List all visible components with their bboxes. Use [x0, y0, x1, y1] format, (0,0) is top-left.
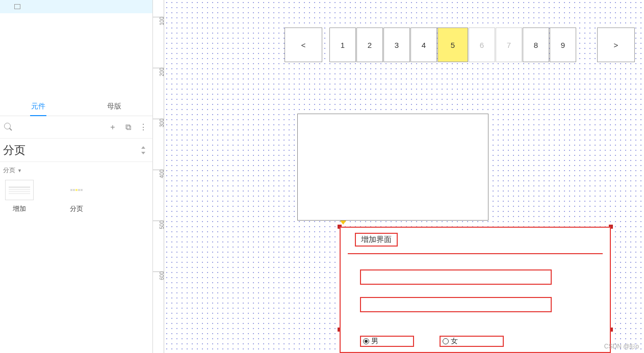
- library-toolbar: + ⧉ ⋮: [0, 116, 152, 139]
- more-icon[interactable]: ⋮: [138, 122, 148, 132]
- page-next[interactable]: >: [597, 28, 635, 62]
- widget-add-thumb: [5, 180, 34, 200]
- canvas[interactable]: 100 200 300 400 500 600 < 1 2 3 4 5 6 7 …: [153, 0, 644, 353]
- outline-tree: Widget 2: [0, 0, 152, 97]
- ruler-tick-200: 200: [160, 68, 165, 76]
- form-title[interactable]: 增加界面: [355, 233, 398, 247]
- library-title: 分页: [3, 143, 140, 158]
- page-3[interactable]: 3: [383, 28, 410, 62]
- radio-male-label: 男: [371, 337, 378, 346]
- form-divider: [348, 253, 603, 254]
- page-5[interactable]: 5: [437, 28, 468, 62]
- copy-icon[interactable]: ⧉: [123, 123, 133, 132]
- radio-male[interactable]: 男: [360, 336, 414, 347]
- ruler-tick-600: 600: [160, 271, 165, 280]
- library-tabs: 元件 母版: [0, 97, 152, 116]
- tab-masters[interactable]: 母版: [76, 97, 153, 116]
- radio-female-dot: [443, 338, 449, 344]
- library-title-row: 分页: [0, 139, 152, 162]
- ruler-tick-400: 400: [160, 170, 165, 178]
- input-2[interactable]: [360, 297, 552, 312]
- widget-pagination-thumb: [62, 180, 91, 200]
- page-6[interactable]: 6: [469, 28, 495, 62]
- page-prev[interactable]: <: [285, 28, 322, 62]
- left-panel: Widget 2 元件 母版 + ⧉ ⋮ 分页 分页 ▼ 增加 分页: [0, 0, 153, 353]
- widget-icon: [14, 4, 20, 9]
- widget-pagination-label: 分页: [70, 204, 83, 213]
- drag-marker-icon: [340, 221, 346, 225]
- watermark: CSDN @彭o: [604, 342, 639, 351]
- widget-add-label: 增加: [13, 204, 26, 213]
- sort-icon[interactable]: [140, 146, 146, 155]
- library-subcategory[interactable]: 分页 ▼: [0, 162, 152, 179]
- input-1[interactable]: [360, 269, 552, 285]
- library-subcategory-label: 分页: [3, 166, 15, 175]
- page-9[interactable]: 9: [550, 28, 576, 62]
- page-7[interactable]: 7: [496, 28, 522, 62]
- library-widgets: 增加 分页: [0, 179, 152, 214]
- ruler-vertical: 100 200 300 400 500 600: [153, 0, 164, 353]
- page-2[interactable]: 2: [356, 28, 383, 62]
- page-1[interactable]: 1: [329, 28, 356, 62]
- radio-male-dot: [363, 338, 369, 344]
- widget-pagination[interactable]: 分页: [62, 180, 91, 213]
- radio-female-label: 女: [451, 337, 458, 346]
- page-8[interactable]: 8: [523, 28, 549, 62]
- content-box[interactable]: [297, 114, 488, 221]
- tab-components[interactable]: 元件: [0, 97, 76, 116]
- tree-row-selected[interactable]: Widget 2: [0, 0, 152, 13]
- chevron-down-icon: ▼: [17, 168, 22, 173]
- page-4[interactable]: 4: [410, 28, 437, 62]
- widget-add[interactable]: 增加: [5, 180, 34, 213]
- ruler-tick-500: 500: [160, 221, 165, 229]
- search-icon[interactable]: [4, 123, 13, 132]
- ruler-tick-300: 300: [160, 119, 165, 127]
- ruler-tick-100: 100: [160, 17, 165, 25]
- radio-female[interactable]: 女: [440, 336, 504, 347]
- add-library-icon[interactable]: +: [108, 123, 118, 132]
- selection-group[interactable]: 增加界面 男 女: [340, 227, 611, 353]
